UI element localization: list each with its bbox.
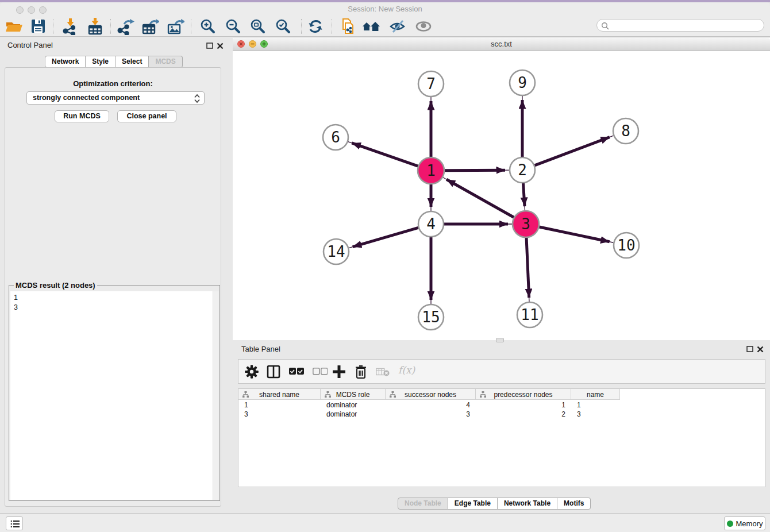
table-cell: 3 xyxy=(571,410,620,419)
run-mcds-button[interactable]: Run MCDS xyxy=(55,110,109,122)
window-zoom-button[interactable] xyxy=(39,6,47,14)
mcds-result-list[interactable]: 13 xyxy=(10,291,219,500)
function-builder-icon-disabled: f(x) xyxy=(398,364,415,376)
network-minimize-button[interactable] xyxy=(249,40,256,48)
export-network-icon[interactable] xyxy=(116,18,134,35)
delete-icon[interactable] xyxy=(355,364,367,379)
network-graph-canvas[interactable]: 7968124314101511 xyxy=(233,51,770,340)
list-icon xyxy=(10,520,20,528)
tab-network[interactable]: Network xyxy=(45,56,86,68)
control-panel-title: Control Panel xyxy=(7,41,53,49)
export-table-icon[interactable] xyxy=(141,18,159,35)
column-header-shared-name[interactable]: shared name xyxy=(238,389,321,400)
tab-style[interactable]: Style xyxy=(86,56,116,68)
table-cell: 1 xyxy=(476,400,571,410)
tab-motifs[interactable]: Motifs xyxy=(557,498,591,510)
edge-2-8[interactable] xyxy=(535,137,610,165)
edge-1-2[interactable] xyxy=(445,170,505,171)
graph-node-label: 4 xyxy=(426,215,436,233)
control-panel-float-button[interactable] xyxy=(206,43,213,49)
graph-node-label: 1 xyxy=(426,162,436,179)
dropdown-stepper-icon xyxy=(194,94,201,103)
zoom-out-icon[interactable] xyxy=(224,18,242,35)
window-titlebar: Session: New Session xyxy=(0,2,770,16)
close-panel-button[interactable]: Close panel xyxy=(117,110,176,122)
graph-node-label: 15 xyxy=(422,309,440,326)
table-panel-float-button[interactable] xyxy=(746,346,753,353)
column-header-MCDS-role[interactable]: MCDS role xyxy=(321,389,386,400)
import-table-icon[interactable] xyxy=(86,18,104,35)
search-input[interactable] xyxy=(596,19,764,32)
open-folder-icon[interactable] xyxy=(5,18,23,35)
tab-node-table[interactable]: Node Table xyxy=(398,498,448,510)
edge-3-10[interactable] xyxy=(539,227,609,242)
mcds-result-title: MCDS result (2 nodes) xyxy=(14,281,97,290)
clone-network-icon[interactable] xyxy=(338,18,357,35)
mcds-result-box: MCDS result (2 nodes) 13 xyxy=(9,285,220,501)
graph-node-label: 14 xyxy=(327,243,345,260)
select-all-checkboxes-icon[interactable] xyxy=(289,368,304,375)
split-columns-icon[interactable] xyxy=(267,365,280,379)
edge-3-1[interactable] xyxy=(446,179,514,217)
deselect-checkboxes-icon[interactable] xyxy=(313,368,328,375)
main-toolbar xyxy=(0,16,770,37)
table-cell: 3 xyxy=(238,410,321,419)
criterion-dropdown[interactable]: strongly connected component xyxy=(26,91,205,105)
network-window-titlebar[interactable]: scc.txt xyxy=(233,38,770,51)
result-scrollbar[interactable] xyxy=(213,291,219,500)
tab-mcds[interactable]: MCDS xyxy=(149,56,182,68)
node-table: shared nameMCDS rolesuccessor nodesprede… xyxy=(238,388,765,487)
network-view-window: scc.txt 7968124314101511 xyxy=(233,38,770,340)
home-icon[interactable] xyxy=(362,18,380,35)
column-header-predecessor-nodes[interactable]: predecessor nodes xyxy=(476,389,571,400)
table-cell: dominator xyxy=(321,400,386,410)
graph-node-label: 7 xyxy=(426,75,436,92)
edge-2-3[interactable] xyxy=(523,183,525,206)
tab-network-table[interactable]: Network Table xyxy=(498,498,557,510)
network-close-button[interactable] xyxy=(237,40,245,48)
graph-node-label: 11 xyxy=(521,306,538,323)
graph-node-label: 6 xyxy=(331,129,340,146)
task-history-button[interactable] xyxy=(6,516,23,530)
column-header-successor-nodes[interactable]: successor nodes xyxy=(386,389,476,400)
horizontal-splitter-handle[interactable] xyxy=(496,338,504,342)
graph-node-label: 9 xyxy=(518,74,527,91)
show-icon[interactable] xyxy=(414,18,433,35)
table-panel-tabs: Node TableEdge TableNetwork TableMotifs xyxy=(398,498,591,509)
graph-node-label: 8 xyxy=(621,122,630,140)
control-panel-close-icon[interactable] xyxy=(217,43,224,49)
table-panel-close-icon[interactable] xyxy=(757,346,764,353)
memory-button[interactable]: Memory xyxy=(724,516,765,530)
network-zoom-button[interactable] xyxy=(260,40,268,48)
table-cell: 3 xyxy=(386,410,476,419)
graph-node-label: 2 xyxy=(518,161,527,179)
tab-select[interactable]: Select xyxy=(116,56,149,68)
zoom-selected-icon[interactable] xyxy=(274,18,292,35)
window-title: Session: New Session xyxy=(0,2,770,16)
memory-label: Memory xyxy=(736,519,763,528)
refresh-icon[interactable] xyxy=(306,18,325,35)
window-minimize-button[interactable] xyxy=(28,6,35,14)
save-icon[interactable] xyxy=(29,18,47,35)
edge-3-11[interactable] xyxy=(526,238,529,298)
edge-4-14[interactable] xyxy=(353,228,418,246)
tab-edge-table[interactable]: Edge Table xyxy=(448,498,498,510)
gear-icon[interactable] xyxy=(244,364,259,379)
add-icon[interactable] xyxy=(332,364,346,379)
table-row[interactable]: 3dominator323 xyxy=(238,410,620,419)
zoom-fit-icon[interactable] xyxy=(249,18,267,35)
table-toolbar: f(x) xyxy=(238,359,765,384)
table-cell: dominator xyxy=(321,410,386,419)
optimization-criterion-label: Optimization criterion: xyxy=(5,79,221,88)
hide-icon[interactable] xyxy=(388,18,407,35)
export-image-icon[interactable] xyxy=(166,18,184,35)
zoom-in-icon[interactable] xyxy=(199,18,217,35)
mcds-panel: Optimization criterion: strongly connect… xyxy=(5,67,221,507)
import-network-icon[interactable] xyxy=(61,18,79,35)
table-cell: 4 xyxy=(386,400,476,410)
table-row[interactable]: 1dominator411 xyxy=(238,400,620,410)
window-close-button[interactable] xyxy=(16,6,24,14)
column-header-name[interactable]: name xyxy=(571,389,620,400)
edge-1-6[interactable] xyxy=(352,143,418,166)
criterion-value: strongly connected component xyxy=(33,94,140,102)
